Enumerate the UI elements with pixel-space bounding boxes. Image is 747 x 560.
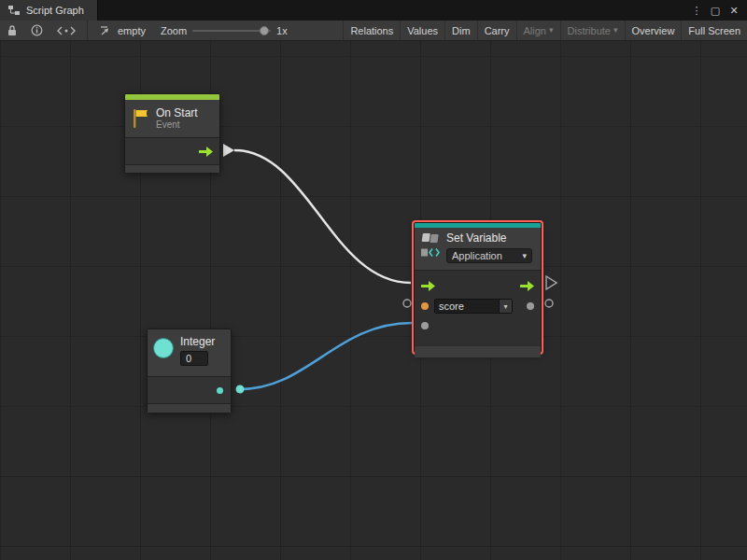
node-set-variable[interactable]: Set Variable Application ▾ — [414, 222, 542, 353]
code-variable-icon — [420, 246, 441, 259]
zoom-slider[interactable] — [192, 30, 271, 32]
scope-dropdown-icon: ▾ — [522, 252, 527, 260]
node-footer — [125, 165, 219, 173]
on-start-header: On Start Event — [125, 100, 219, 137]
close-button[interactable]: ✕ — [726, 5, 741, 17]
distribute-button: Distribute ▾ — [560, 21, 625, 40]
titlebar: Script Graph ⋮ ▢ ✕ — [0, 0, 747, 21]
zoom-knob[interactable] — [260, 26, 269, 35]
set-variable-icons — [420, 232, 441, 259]
integer-type-icon — [153, 338, 174, 358]
onstart-flow-output-connector[interactable] — [223, 144, 234, 157]
carry-button[interactable]: Carry — [477, 21, 516, 40]
flag-icon — [131, 107, 149, 130]
flow-output-port[interactable] — [199, 147, 213, 157]
toolbar-separator — [87, 21, 88, 40]
set-variable-body: score ▾ — [415, 271, 541, 335]
variable-scope-value: Application — [452, 250, 502, 261]
flow-output-port[interactable] — [520, 281, 534, 291]
graph-canvas[interactable]: On Start Event — [0, 41, 747, 560]
breadcrumb-label: empty — [118, 25, 146, 36]
integer-port-row — [148, 377, 231, 403]
graph-pointer-icon — [99, 25, 113, 36]
code-brackets-icon — [56, 25, 77, 36]
value-input-port[interactable] — [421, 322, 429, 329]
align-button: Align ▾ — [516, 21, 560, 40]
tab-script-graph[interactable]: Script Graph — [0, 0, 98, 21]
maximize-button[interactable]: ▢ — [708, 5, 723, 17]
integer-header: Integer 0 — [148, 329, 231, 376]
integer-output-connector[interactable] — [236, 385, 245, 394]
info-icon — [31, 24, 43, 36]
node-integer[interactable]: Integer 0 — [147, 329, 232, 413]
inspect-button[interactable] — [24, 21, 49, 40]
on-start-port-row — [125, 138, 219, 164]
wire-onstart-to-setvariable[interactable] — [234, 150, 411, 283]
setvariable-value-output-connector[interactable] — [545, 300, 553, 307]
toolbar-buttons: Relations Values Dim Carry Align ▾ Distr… — [343, 21, 747, 40]
on-start-title: On Start — [156, 107, 198, 119]
overview-button[interactable]: Overview — [625, 21, 682, 40]
name-input-port[interactable] — [421, 302, 429, 310]
window-menu-button[interactable]: ⋮ — [689, 5, 704, 17]
window-controls: ⋮ ▢ ✕ — [689, 0, 747, 21]
value-output-port[interactable] — [527, 302, 534, 310]
dim-button[interactable]: Dim — [444, 21, 477, 40]
align-dropdown-icon: ▾ — [549, 26, 554, 35]
variable-name-value: score — [435, 300, 499, 313]
flow-input-port[interactable] — [421, 281, 435, 291]
integer-output-port[interactable] — [217, 387, 223, 394]
setvariable-name-input-connector[interactable] — [403, 300, 411, 307]
zoom-label: Zoom — [161, 25, 187, 36]
lock-button[interactable] — [0, 21, 24, 40]
node-footer — [148, 404, 231, 413]
variable-name-select[interactable]: score ▾ — [434, 299, 513, 314]
zoom-value: 1x — [276, 25, 288, 36]
lock-icon — [7, 24, 18, 36]
set-variable-header: Set Variable Application ▾ — [415, 228, 541, 270]
node-footer — [415, 346, 541, 357]
variable-name-row: score ▾ — [415, 296, 541, 316]
setvariable-flow-output-connector[interactable] — [546, 276, 557, 289]
toolbar: empty Zoom 1x Relations Values Dim Carry… — [0, 21, 747, 41]
code-view-button[interactable] — [49, 21, 83, 40]
on-start-subtitle: Event — [156, 119, 198, 131]
script-graph-window: Script Graph ⋮ ▢ ✕ — [0, 0, 747, 560]
wires-layer — [0, 41, 747, 560]
script-graph-icon — [7, 5, 21, 16]
zoom-control: Zoom 1x — [153, 21, 295, 40]
wire-integer-to-setvariable[interactable] — [240, 323, 412, 389]
graph-breadcrumb[interactable]: empty — [92, 21, 153, 40]
value-input-row — [415, 316, 541, 335]
variable-name-dropdown-icon: ▾ — [499, 300, 512, 313]
distribute-dropdown-icon: ▾ — [613, 26, 618, 35]
relations-button[interactable]: Relations — [343, 21, 400, 40]
node-on-start[interactable]: On Start Event — [124, 93, 220, 173]
variable-scope-dropdown[interactable]: Application ▾ — [446, 248, 532, 263]
set-variable-title: Set Variable — [446, 232, 532, 245]
fullscreen-button[interactable]: Full Screen — [681, 21, 747, 40]
variables-icon — [421, 232, 440, 245]
integer-title: Integer — [180, 336, 215, 348]
values-button[interactable]: Values — [400, 21, 444, 40]
tab-title: Script Graph — [26, 5, 84, 16]
flow-port-row — [415, 275, 541, 296]
integer-value-field[interactable]: 0 — [180, 351, 208, 366]
